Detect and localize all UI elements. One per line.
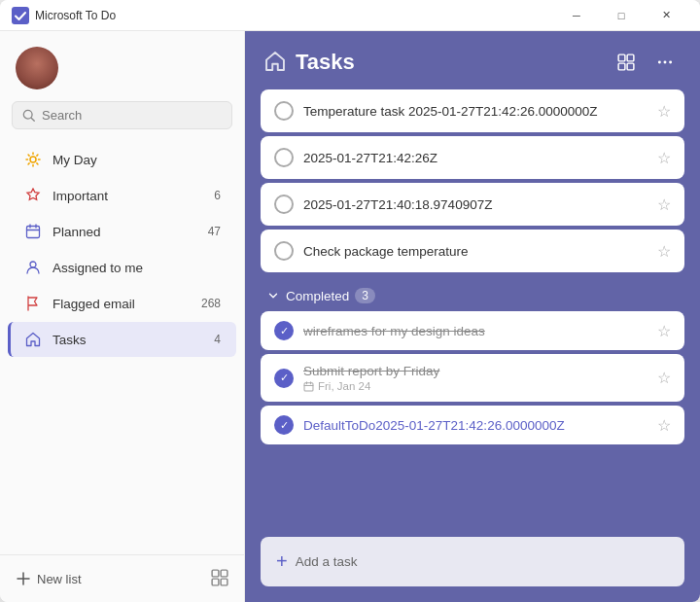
task-star-3[interactable]: ☆ [657, 195, 671, 214]
svg-rect-12 [627, 63, 634, 70]
search-input[interactable] [42, 108, 222, 123]
completed-text-wrapper-2: Submit report by Friday Fri, Jan 24 [303, 364, 648, 392]
avatar[interactable] [16, 47, 58, 89]
completed-item-1[interactable]: ✓ wireframes for my design ideas ☆ [261, 311, 684, 350]
svg-rect-10 [627, 54, 634, 61]
close-button[interactable]: ✕ [644, 0, 688, 31]
task-item-3[interactable]: 2025-01-27T21:40:18.9740907Z ☆ [261, 183, 684, 226]
svg-point-2 [30, 157, 36, 162]
tasks-area: Temperature task 2025-01-27T21:42:26.000… [245, 89, 700, 529]
task-item-1[interactable]: Temperature task 2025-01-27T21:42:26.000… [261, 89, 684, 132]
svg-rect-0 [12, 7, 29, 24]
new-list-button[interactable]: New list [16, 567, 82, 590]
task-item-2[interactable]: 2025-01-27T21:42:26Z ☆ [261, 136, 684, 179]
task-star-4[interactable]: ☆ [657, 242, 671, 261]
completed-sub-2: Fri, Jan 24 [303, 380, 648, 392]
sidebar-item-assigned[interactable]: Assigned to me [8, 250, 236, 285]
svg-rect-16 [304, 382, 313, 390]
svg-point-14 [664, 61, 667, 64]
completed-sub-text-2: Fri, Jan 24 [318, 380, 370, 392]
titlebar: Microsoft To Do ─ □ ✕ [0, 0, 700, 31]
app-title: Microsoft To Do [35, 9, 116, 22]
completed-check-2: ✓ [274, 369, 294, 388]
calendar-small-icon [303, 381, 314, 392]
sidebar: My Day Important 6 [0, 31, 245, 602]
svg-point-4 [30, 262, 36, 267]
add-task-label: Add a task [296, 554, 358, 569]
sidebar-item-label-important: Important [52, 189, 204, 203]
completed-link-3[interactable]: DefaultToDo2025-01-27T21:42:26.0000000Z [303, 418, 565, 433]
main-content: My Day Important 6 [0, 31, 700, 602]
completed-section: Completed 3 ✓ wireframes for my design i… [261, 280, 684, 444]
svg-rect-11 [618, 63, 625, 70]
grid-icon[interactable] [211, 569, 228, 589]
sidebar-item-flagged[interactable]: Flagged email 268 [8, 286, 236, 321]
task-circle-4[interactable] [274, 241, 294, 261]
svg-rect-8 [221, 579, 228, 585]
panel-header: Tasks [245, 31, 700, 89]
svg-rect-5 [212, 570, 219, 577]
task-text-3: 2025-01-27T21:40:18.9740907Z [303, 197, 648, 212]
sidebar-item-planned[interactable]: Planned 47 [8, 214, 236, 249]
app-logo-icon [12, 7, 29, 24]
completed-check-3: ✓ [274, 415, 294, 435]
sidebar-item-count-planned: 47 [208, 225, 221, 238]
panel-header-icons [611, 47, 681, 78]
sidebar-item-count-important: 6 [214, 189, 221, 202]
completed-check-1: ✓ [274, 321, 294, 340]
svg-point-13 [658, 61, 661, 64]
sidebar-item-tasks[interactable]: Tasks 4 [8, 322, 236, 357]
task-text-1: Temperature task 2025-01-27T21:42:26.000… [303, 104, 648, 119]
completed-star-3[interactable]: ☆ [657, 416, 671, 435]
maximize-button[interactable]: □ [599, 0, 644, 31]
svg-point-15 [669, 61, 672, 64]
home-icon [23, 330, 43, 349]
right-panel: Tasks [245, 31, 700, 602]
task-circle-1[interactable] [274, 101, 294, 121]
task-star-1[interactable]: ☆ [657, 102, 671, 121]
sun-icon [23, 150, 43, 169]
task-circle-3[interactable] [274, 195, 294, 214]
completed-header[interactable]: Completed 3 [261, 280, 684, 311]
sidebar-item-my-day[interactable]: My Day [8, 142, 236, 177]
completed-star-1[interactable]: ☆ [657, 322, 671, 340]
more-options-button[interactable] [649, 47, 681, 78]
sidebar-item-label-planned: Planned [52, 225, 198, 239]
completed-text-1: wireframes for my design ideas [303, 324, 648, 338]
calendar-icon [23, 222, 43, 241]
panel-title: Tasks [296, 50, 601, 75]
completed-item-3[interactable]: ✓ DefaultToDo2025-01-27T21:42:26.0000000… [261, 406, 684, 444]
sidebar-footer: New list [0, 554, 244, 602]
svg-rect-7 [212, 579, 219, 585]
svg-rect-6 [221, 570, 228, 577]
task-item-4[interactable]: Check package temperature ☆ [261, 230, 684, 272]
sidebar-item-count-flagged: 268 [201, 297, 221, 310]
add-plus-icon: + [276, 550, 288, 573]
sidebar-item-label-my-day: My Day [52, 153, 221, 167]
completed-text-2: Submit report by Friday [303, 364, 648, 378]
window-controls: ─ □ ✕ [554, 0, 688, 31]
minimize-button[interactable]: ─ [554, 0, 599, 31]
person-icon [23, 258, 43, 277]
layout-icon-button[interactable] [611, 47, 642, 78]
completed-text-wrapper-1: wireframes for my design ideas [303, 324, 648, 338]
nav-list: My Day Important 6 [0, 137, 244, 554]
completed-label: Completed [286, 289, 349, 303]
avatar-image [16, 47, 58, 89]
chevron-down-icon [266, 289, 280, 302]
app-window: Microsoft To Do ─ □ ✕ [0, 0, 700, 602]
task-circle-2[interactable] [274, 148, 294, 167]
completed-star-2[interactable]: ☆ [657, 369, 671, 387]
sidebar-item-important[interactable]: Important 6 [8, 178, 236, 213]
completed-count: 3 [355, 288, 375, 303]
search-box[interactable] [12, 101, 232, 129]
completed-item-2[interactable]: ✓ Submit report by Friday Fri, Jan 24 [261, 354, 684, 402]
app-logo: Microsoft To Do [12, 7, 554, 24]
task-text-2: 2025-01-27T21:42:26Z [303, 151, 648, 165]
add-task-bar[interactable]: + Add a task [261, 537, 684, 586]
task-star-2[interactable]: ☆ [657, 149, 671, 167]
flag-icon [23, 294, 43, 313]
new-list-label: New list [37, 572, 82, 586]
panel-home-icon [264, 51, 286, 75]
sidebar-item-label-flagged: Flagged email [52, 297, 192, 311]
